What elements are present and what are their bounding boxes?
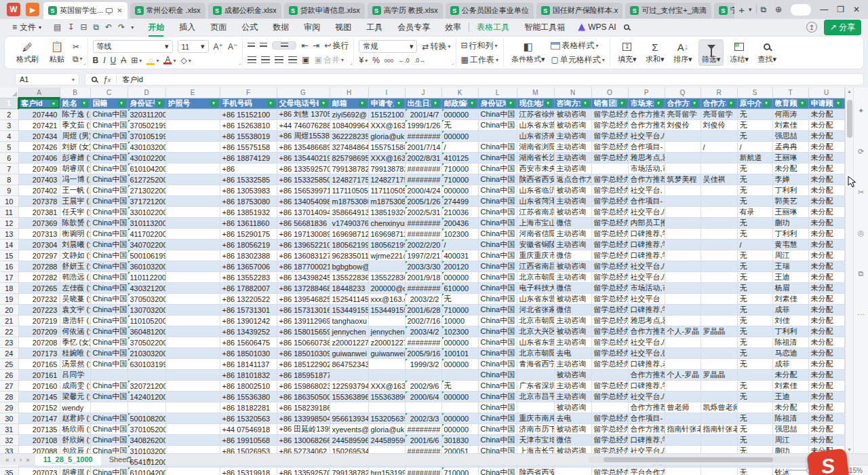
cell[interactable]: China中国 [478, 272, 517, 283]
filter-dropdown-icon[interactable]: ▼ [469, 100, 476, 107]
cell[interactable]: 1999/3/2 [405, 359, 441, 370]
cell[interactable]: 口碑推荐,学 [628, 381, 665, 392]
cell[interactable]: 500108200203035125 [127, 413, 165, 424]
cell[interactable] [701, 164, 737, 174]
cell[interactable] [165, 370, 220, 381]
cell[interactable]: China中国 [478, 250, 517, 261]
cell[interactable]: 710000 [441, 164, 478, 174]
header-cell[interactable]: 姓名▼ [60, 98, 90, 109]
cell[interactable] [665, 207, 701, 218]
cell[interactable]: 117110505 [368, 185, 405, 196]
cell[interactable]: 成雨雯 (女 [60, 381, 90, 392]
cell[interactable]: 河南省信阳 [517, 229, 554, 240]
cell[interactable]: China中国 [478, 381, 517, 392]
cell[interactable]: 155363896 [368, 392, 405, 402]
filter-dropdown-icon[interactable]: ▼ [210, 100, 218, 107]
cell[interactable] [165, 348, 220, 359]
cell[interactable]: 留学总经办 [591, 174, 628, 185]
cell[interactable] [165, 294, 220, 305]
cell[interactable] [665, 131, 701, 142]
cell[interactable]: 钦冰 [772, 468, 808, 475]
column-header[interactable]: J [405, 88, 441, 98]
cell[interactable]: +86 13851932 [220, 207, 277, 218]
cell[interactable]: 合作方推荐 [628, 174, 665, 185]
cell[interactable]: 吕同学 [60, 370, 90, 381]
font-size-select[interactable]: 11▾ [178, 40, 209, 53]
cell[interactable]: 山东省东营 [517, 337, 554, 348]
underline-button[interactable]: U [111, 56, 117, 65]
cell[interactable]: 825798695 [330, 153, 368, 164]
cell[interactable]: 未分配 [772, 164, 808, 174]
justify-icon[interactable] [288, 56, 297, 63]
cell[interactable]: 327484864 [330, 142, 368, 153]
row-number[interactable]: 29 [0, 402, 18, 413]
cell[interactable]: +86 15319918 [220, 468, 277, 475]
cell[interactable]: 未分配 [808, 326, 844, 337]
cell[interactable]: ziyi5692@ [330, 109, 368, 120]
sort-button[interactable]: A↓排序▾ [671, 40, 695, 65]
cell[interactable]: 留学总经办 [591, 229, 628, 240]
cell[interactable]: +86 1851229020 [277, 359, 330, 370]
cell[interactable]: 无 [441, 294, 478, 305]
cell[interactable]: +86 1339985047 [277, 413, 330, 424]
cell[interactable]: 梁馨元 (女 [60, 392, 90, 402]
cell[interactable] [165, 207, 220, 218]
cell[interactable]: +86 1396522100 [277, 240, 330, 250]
cell[interactable]: 广东省深圳 [517, 381, 554, 392]
cell[interactable]: +86 15332585 [220, 174, 277, 185]
cell[interactable]: 留学总经办 [591, 261, 628, 272]
layout-mode-icon[interactable]: ⧉ [761, 5, 767, 14]
cell[interactable]: 留学总经办 [591, 468, 628, 475]
cell[interactable]: 市场活动,市 [628, 164, 665, 174]
cell[interactable]: 710000 [441, 468, 478, 475]
cell[interactable]: 汤景然 (女 [60, 359, 90, 370]
cell[interactable]: China中国 [478, 229, 517, 240]
cell[interactable]: 凯烁曾老师 [701, 402, 737, 413]
cell[interactable]: +86 1506607386 [277, 337, 330, 348]
cell[interactable] [665, 305, 701, 316]
cell[interactable]: 合作方推荐 [628, 424, 665, 435]
cell[interactable]: 周江 [772, 250, 808, 261]
cell[interactable]: 陕西省西安 [517, 174, 554, 185]
cell[interactable]: 320311200104077915 [127, 109, 165, 120]
filter-dropdown-icon[interactable]: ▼ [545, 100, 552, 107]
cell[interactable]: 207381 [18, 207, 60, 218]
cell[interactable]: 无 [737, 435, 772, 446]
cell[interactable]: 207173 [18, 348, 60, 359]
cell[interactable]: +86 1565399710 [277, 185, 330, 196]
cell[interactable]: 274499 [441, 196, 478, 207]
cell[interactable]: China中国 [90, 283, 127, 294]
row-number[interactable]: 25 [0, 359, 18, 370]
cell[interactable] [701, 359, 737, 370]
cell[interactable]: 市场活动,市 [628, 283, 665, 294]
cell[interactable]: 无 [737, 174, 772, 185]
cell[interactable]: 口碑推荐,学 [628, 250, 665, 261]
header-cell[interactable]: 教育顾问▼ [772, 98, 808, 109]
cell[interactable]: 未分配 [808, 381, 844, 392]
cell[interactable]: 何依涵 (女 [60, 326, 90, 337]
cell[interactable] [90, 402, 127, 413]
header-cell[interactable]: 申请顾问▼ [808, 98, 844, 109]
cell[interactable]: 无 [737, 337, 772, 348]
cell[interactable]: 口碑推荐,学 [628, 229, 665, 240]
cell[interactable]: 207152 [18, 402, 60, 413]
cell[interactable]: China中国 [478, 359, 517, 370]
cell[interactable]: 138519326 [368, 207, 405, 218]
row-number[interactable]: 35 [0, 468, 18, 475]
cell[interactable]: 留学总经办 [591, 305, 628, 316]
cell[interactable]: ######## [405, 164, 441, 174]
cell[interactable]: 合作项目- [628, 413, 665, 424]
italic-button[interactable]: I [103, 56, 105, 65]
cell[interactable]: 被动咨询 [554, 185, 591, 196]
header-cell[interactable]: 申请专用▼ [368, 98, 405, 109]
cell[interactable] [165, 109, 220, 120]
vertical-scrollbar[interactable]: ▲ ▼ [845, 88, 853, 453]
cell[interactable]: 未分配 [808, 142, 844, 153]
filter-dropdown-icon[interactable]: ▼ [359, 100, 366, 107]
cell[interactable]: 124827175 [368, 174, 405, 185]
cell[interactable]: jennychen [368, 326, 405, 337]
cell[interactable]: 未分配 [808, 435, 844, 446]
cell[interactable] [368, 402, 405, 413]
row-number[interactable]: 6 [0, 153, 18, 164]
cell[interactable]: 207265 [18, 283, 60, 294]
